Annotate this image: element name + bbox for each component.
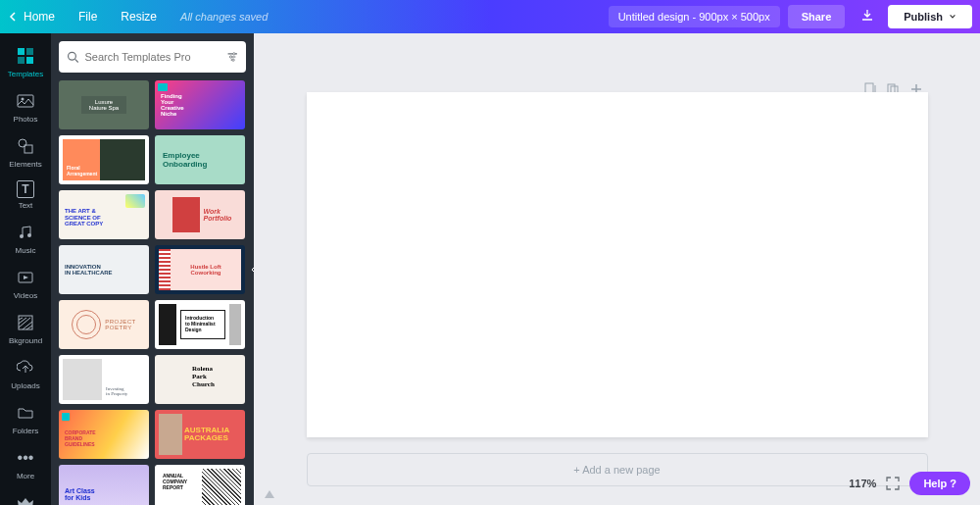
rail-videos[interactable]: Videos [0,261,51,306]
template-card[interactable]: Luxure Nature Spa [59,80,149,129]
fullscreen-button[interactable] [886,477,900,490]
template-card[interactable]: THE ART & SCIENCE OF GREAT COPY [59,190,149,239]
zoom-level[interactable]: 117% [849,478,876,489]
more-icon: ••• [15,447,36,469]
bkground-icon [15,312,36,333]
rail-elements[interactable]: Elements [0,129,51,175]
template-card[interactable]: Floral Arrangement [59,135,149,184]
template-card[interactable]: Hustle Loft Coworking [155,245,245,294]
canvas-page[interactable] [307,92,928,437]
rail-pro[interactable] [0,486,51,505]
crown-icon [15,492,36,505]
filter-icon[interactable] [226,50,239,64]
svg-rect-4 [18,95,33,107]
rail-bkground[interactable]: Bkground [0,306,51,351]
publish-label: Publish [904,11,943,23]
resize-menu[interactable]: Resize [109,10,169,24]
svg-rect-7 [24,145,32,153]
template-card[interactable]: ANNUAL COMPANY REPORT [155,465,245,505]
notes-button[interactable] [264,487,275,499]
videos-icon [15,267,36,288]
folders-icon [15,402,36,424]
template-card[interactable]: Work Portfolio [155,190,245,239]
svg-point-14 [229,56,231,58]
chevron-left-icon [8,12,18,22]
svg-point-12 [69,52,76,60]
document-title[interactable]: Untitled design - 900px × 500px [609,6,780,27]
add-page-bar[interactable]: + Add a new page [307,453,928,486]
svg-point-6 [19,139,26,147]
template-card[interactable]: CORPORATE BRAND GUIDELINES [59,410,149,459]
help-button[interactable]: Help ? [909,472,970,495]
templates-panel: Luxure Nature Spa Finding Your Creative … [51,33,254,505]
uploads-icon [15,357,36,379]
template-card[interactable]: PROJECT POETRY [59,300,149,349]
svg-rect-0 [18,48,24,55]
svg-point-8 [20,234,24,238]
svg-point-9 [27,233,31,237]
svg-rect-2 [18,57,24,64]
play-badge-icon [158,83,168,91]
template-card[interactable]: Finding Your Creative Niche [155,80,245,129]
template-card[interactable]: Art Class for Kids [59,465,149,505]
template-card[interactable]: Introduction to Minimalist Design [155,300,245,349]
photos-icon [15,90,36,112]
rail-uploads[interactable]: Uploads [0,351,51,396]
svg-point-15 [231,59,233,61]
rail-templates[interactable]: Templates [0,39,51,84]
chevron-down-icon [949,13,956,21]
rail-folders[interactable]: Folders [0,396,51,441]
svg-point-13 [232,53,234,55]
template-card[interactable]: INNOVATION IN HEALTHCARE [59,245,149,294]
svg-rect-1 [26,48,33,55]
topbar: Home File Resize All changes saved Untit… [0,0,980,33]
template-card[interactable]: AUSTRALIA PACKAGES [155,410,245,459]
text-icon: T [17,180,34,198]
templates-grid: Luxure Nature Spa Finding Your Creative … [59,80,246,505]
panel-collapse-handle[interactable] [247,240,254,299]
rail-photos[interactable]: Photos [0,84,51,129]
side-rail: Templates Photos Elements T Text Music V… [0,33,51,505]
share-button[interactable]: Share [788,5,846,28]
save-status: All changes saved [169,11,279,23]
download-button[interactable] [851,3,884,31]
publish-button[interactable]: Publish [888,5,972,28]
music-icon [15,222,36,243]
template-card[interactable]: Rolena Park Church [155,355,245,404]
search-icon [67,50,79,64]
home-label: Home [24,10,55,24]
template-card[interactable]: Employee Onboarding [155,135,245,184]
svg-rect-3 [26,57,33,64]
search-input[interactable] [85,51,220,63]
svg-point-5 [22,98,24,101]
templates-icon [15,45,36,67]
file-menu[interactable]: File [67,10,109,24]
elements-icon [15,135,36,157]
canvas-area: + Add a new page 117% Help ? [254,33,980,505]
download-icon [860,9,874,23]
search-bar[interactable] [59,41,246,73]
chevron-left-icon [251,265,254,275]
home-button[interactable]: Home [0,10,67,24]
template-card[interactable]: Investing in Property [59,355,149,404]
rail-music[interactable]: Music [0,216,51,261]
rail-more[interactable]: ••• More [0,441,51,486]
rail-text[interactable]: T Text [0,175,51,216]
